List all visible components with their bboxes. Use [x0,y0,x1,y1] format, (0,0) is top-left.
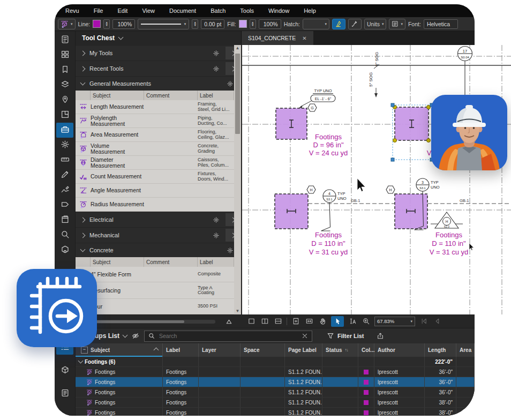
line-style-dropdown[interactable]: ▾ [138,19,189,29]
sidebar-item-tool-chest[interactable] [56,123,73,138]
fill-opacity-value[interactable]: 100% [259,19,281,29]
markup-row[interactable]: Footings Footings S1.1.2 FOUN... lpresco… [76,367,475,377]
sidebar-item-signatures[interactable] [56,183,73,198]
active-tool-dropdown[interactable]: ▾ [58,19,76,29]
tool-row-pour[interactable]: Pour3500 PSI [76,299,234,314]
tool-row-area[interactable]: Area MeasurementFlooring, Ceiling, Glaz.… [76,128,234,142]
horizontal-scrollbar[interactable] [81,320,215,324]
col-space[interactable]: Space [241,343,285,357]
units-dropdown[interactable]: Units▾ [364,19,386,29]
tool-row-polylength[interactable]: Polylength MeasurementPiping, Ducting, C… [76,114,234,128]
scroll-down-icon[interactable]: ▼ [236,308,240,314]
previous-page-icon[interactable] [432,316,442,327]
col-layer[interactable]: Layer [199,343,241,357]
col-label[interactable]: Label [163,343,199,357]
scrollbar-thumb[interactable] [82,320,184,323]
hatch-dropdown[interactable]: ▾ [303,19,329,29]
tool-chest-section-my-tools[interactable]: My Tools [76,45,241,61]
gear-icon[interactable] [213,65,220,72]
gear-icon[interactable] [213,216,220,223]
col-comment[interactable]: Comment [144,91,198,100]
fit-page-icon[interactable] [291,316,300,327]
menu-file[interactable]: File [94,8,103,14]
hexagon-callout-g[interactable]: G [308,104,317,111]
tool-chest-section-mechanical[interactable]: Mechanical [76,227,241,243]
document-tab[interactable]: S104_CONCRETE ✕ [242,31,313,45]
fill-color-swatch[interactable] [239,20,247,28]
text-select-icon[interactable] [348,316,357,327]
fill-opacity-stepper[interactable]: ▲▼ [250,19,256,29]
clear-search-icon[interactable] [301,332,309,340]
hexagon-callout-h-left[interactable]: H [307,186,315,193]
col-author[interactable]: Author [374,343,425,357]
hexagon-callout-h-right[interactable]: H [386,186,395,193]
col-length[interactable]: Length [425,343,456,357]
tool-chest-section-concrete[interactable]: Concrete [76,243,241,257]
color-swatch[interactable] [364,370,369,374]
menu-window[interactable]: Window [268,8,289,14]
menu-document[interactable]: Document [169,8,196,14]
sidebar-item-studio[interactable] [56,243,73,258]
scrollbar-thumb[interactable] [235,54,240,134]
tool-chest-section-recent-tools[interactable]: Recent Tools [76,61,241,76]
color-swatch[interactable] [364,410,369,415]
gear-icon[interactable] [227,247,234,254]
tool-chest-section-electrical[interactable]: Electrical [76,212,241,227]
curve-tool-button[interactable] [348,19,362,29]
sidebar-item-measurements[interactable] [56,153,73,168]
col-comment[interactable]: Comment [144,257,198,267]
sidebar-item-thumbnails[interactable] [56,48,73,63]
tool-row-resurfacing[interactable]: ResurfacingType A Coating [76,282,234,299]
menu-tools[interactable]: Tools [240,8,254,14]
tool-row-diameter[interactable]: Diameter MeasurementCaissons, Piles, Col… [76,156,234,170]
stroke-width-value[interactable]: 0.00 pt [201,19,224,29]
tool-row-flexible-form[interactable]: 4" Flexible FormComposite [76,267,234,282]
sidebar-item-search[interactable] [56,228,73,243]
sidebar-item-bookmarks[interactable] [56,63,73,78]
col-status[interactable]: Status↑↓ [322,343,358,357]
align-dropdown[interactable]: ▾ [389,19,405,29]
col-label[interactable]: Label [198,257,234,267]
tool-row-radius[interactable]: Radius Measurement [76,198,234,212]
col-area[interactable]: Area [456,343,475,357]
tool-chest-section-general-measurements[interactable]: General Measurements [76,76,241,91]
close-icon[interactable]: ✕ [302,35,306,41]
col-subject[interactable]: Subject [91,91,144,100]
select-cursor-icon[interactable] [331,316,344,327]
collapse-all-icon[interactable]: − [81,347,88,354]
split-horizontal-icon[interactable] [273,316,283,327]
sidebar-item-3d-model[interactable] [56,364,73,378]
color-swatch[interactable] [364,390,369,395]
tool-row-volume[interactable]: Volume MeasurementConcrete, Grading [76,142,234,156]
first-page-icon[interactable] [419,316,429,327]
tool-row-count[interactable]: Count MeasurementFixtures, Doors, Wind..… [76,170,234,184]
menu-revu[interactable]: Revu [65,8,79,14]
single-page-icon[interactable] [246,316,256,327]
sidebar-item-file-access[interactable] [56,33,73,48]
menu-view[interactable]: View [142,8,155,14]
sidebar-item-places[interactable] [56,93,73,108]
tool-chest-title[interactable]: Tool Chest [76,31,241,45]
gear-icon[interactable] [227,80,234,87]
expand-panel-icon[interactable] [225,318,233,326]
pan-hand-icon[interactable] [318,316,327,327]
gear-icon[interactable] [213,232,220,239]
stroke-width-stepper[interactable]: ▲▼ [192,19,198,29]
sidebar-item-layers[interactable] [56,78,73,93]
markup-row-selected[interactable]: Footings Footings S1.1.2 FOUN... lpresco… [76,377,475,387]
line-color-swatch[interactable] [93,20,101,28]
markup-row[interactable]: Footings Footings S1.1.2 FOUN... lpresco… [76,387,475,398]
menu-edit[interactable]: Edit [117,8,127,14]
menu-help[interactable]: Help [304,8,316,14]
fit-width-icon[interactable] [304,316,314,327]
sort-filter-icon[interactable]: ↑↓ [345,348,348,352]
search-input[interactable] [158,332,298,340]
filter-list-button[interactable]: Filter List [327,332,364,340]
sidebar-item-properties[interactable] [56,138,73,153]
tool-row-length[interactable]: Length MeasurementFraming, Steel, Grid L… [76,100,234,114]
sidebar-item-links[interactable] [56,198,73,213]
line-opacity-value[interactable]: 100% [112,19,135,29]
zoom-icon[interactable] [361,316,371,327]
tool-row-angle[interactable]: Angle Measurement [76,184,234,198]
sidebar-item-markup[interactable] [56,168,73,183]
